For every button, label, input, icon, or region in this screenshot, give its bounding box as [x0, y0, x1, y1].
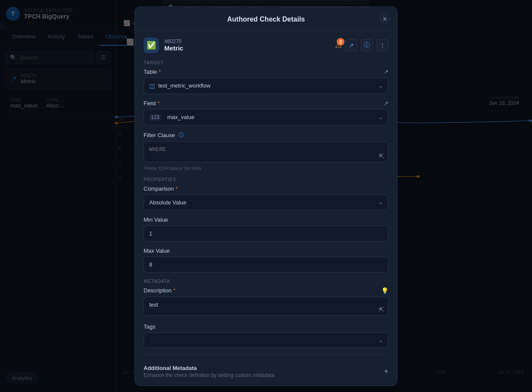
description-expand-icon[interactable]: ⇱	[379, 306, 384, 313]
field-value: max_value	[167, 114, 379, 120]
check-header: ✅ #60270 Metric ⚠ 2 ↗ ⓘ ⋮	[144, 38, 388, 53]
modal-title: Authored Check Details	[227, 16, 305, 23]
description-label-row: Description * 💡	[144, 287, 388, 294]
description-form-group: Description * 💡 test ⇱	[144, 287, 388, 317]
warning-badge: 2	[337, 38, 344, 46]
table-link-icon[interactable]: ↗	[384, 69, 388, 75]
description-bulb-icon: 💡	[381, 287, 388, 294]
check-icon-box: ✅	[144, 38, 159, 53]
tags-control[interactable]: ⌄	[144, 332, 388, 348]
field-dropdown-icon: ⌄	[379, 114, 383, 120]
min-value-input[interactable]	[149, 230, 383, 237]
modal: Authored Check Details ✕ ✅ #60270 Metric	[135, 6, 397, 386]
comparison-required: *	[175, 185, 178, 192]
info-icon-button[interactable]: ⓘ	[361, 39, 373, 51]
description-wrapper: test ⇱	[144, 297, 388, 317]
table-form-group: Table * ↗ ◫ test_metric_workflow ⌄	[144, 69, 388, 94]
filter-wrapper: ⇱	[144, 141, 388, 164]
description-required: *	[173, 287, 175, 294]
tags-form-group: Tags ⌄	[144, 323, 388, 348]
comparison-control[interactable]: Absolute Value ⌄	[144, 194, 388, 210]
modal-overlay: Authored Check Details ✕ ✅ #60270 Metric	[0, 0, 532, 392]
check-header-right: ⚠ 2 ↗ ⓘ ⋮	[335, 39, 388, 51]
additional-meta-title: Additional Metadata	[144, 365, 275, 371]
additional-metadata-row: Additional Metadata Enhance the check de…	[144, 361, 388, 383]
tags-dropdown-icon: ⌄	[379, 337, 383, 343]
max-value-control[interactable]	[144, 257, 388, 273]
comparison-dropdown-icon: ⌄	[379, 199, 383, 205]
modal-check-id: #60270	[164, 38, 183, 44]
min-value-control[interactable]	[144, 226, 388, 241]
description-input[interactable]: test	[144, 297, 388, 316]
field-control[interactable]: 123 max_value ⌄	[144, 109, 388, 125]
filter-clause-input[interactable]	[144, 141, 388, 162]
close-button[interactable]: ✕	[380, 14, 390, 24]
metadata-section-label: Metadata	[144, 279, 388, 284]
field-link-icon[interactable]: ↗	[384, 100, 388, 107]
table-label: Table * ↗	[144, 69, 388, 75]
filter-clause-label-row: Filter Clause ⓘ	[144, 132, 388, 139]
filter-expand-icon[interactable]: ⇱	[379, 153, 384, 160]
modal-body: ✅ #60270 Metric ⚠ 2 ↗ ⓘ ⋮	[135, 31, 397, 386]
comparison-form-group: Comparison * Absolute Value ⌄	[144, 185, 388, 210]
filter-clause-form-group: Filter Clause ⓘ ⇱ Press 'Ctrl+Space' for…	[144, 132, 388, 171]
filter-info-icon: ⓘ	[178, 132, 184, 139]
modal-header: Authored Check Details ✕	[135, 7, 397, 31]
additional-meta-text: Additional Metadata Enhance the check de…	[144, 365, 275, 378]
field-label-row: Field * ↗	[144, 100, 388, 107]
field-form-group: Field * ↗ 123 max_value ⌄	[144, 100, 388, 125]
max-value-input[interactable]	[149, 261, 383, 268]
properties-section-label: Properties	[144, 177, 388, 182]
field-required: *	[157, 100, 160, 107]
table-type-icon: ◫	[149, 82, 155, 89]
chart-icon-button[interactable]: ↗	[345, 39, 357, 51]
table-required: *	[159, 69, 161, 75]
check-header-left: ✅ #60270 Metric	[144, 38, 183, 53]
check-header-info: #60270 Metric	[164, 38, 183, 52]
comparison-value: Absolute Value	[149, 199, 379, 206]
more-icon-button[interactable]: ⋮	[376, 39, 388, 51]
table-control[interactable]: ◫ test_metric_workflow ⌄	[144, 78, 388, 94]
modal-check-name: Metric	[164, 44, 183, 52]
additional-meta-divider	[144, 354, 388, 354]
table-value: test_metric_workflow	[158, 82, 379, 89]
additional-meta-desc: Enhance the check definition by setting …	[144, 372, 275, 378]
table-dropdown-icon: ⌄	[379, 83, 383, 89]
tags-label: Tags	[144, 323, 388, 330]
add-metadata-button[interactable]: +	[384, 367, 388, 376]
filter-hint: Press 'Ctrl+Space' for hints	[144, 166, 388, 171]
check-type-icon: ✅	[147, 41, 156, 50]
min-value-label: Min Value	[144, 216, 388, 223]
max-value-form-group: Max Value	[144, 248, 388, 273]
max-value-label: Max Value	[144, 248, 388, 254]
comparison-label-row: Comparison *	[144, 185, 388, 192]
target-section-label: Target	[144, 60, 388, 65]
field-type-icon: 123	[149, 114, 161, 121]
min-value-form-group: Min Value	[144, 216, 388, 241]
